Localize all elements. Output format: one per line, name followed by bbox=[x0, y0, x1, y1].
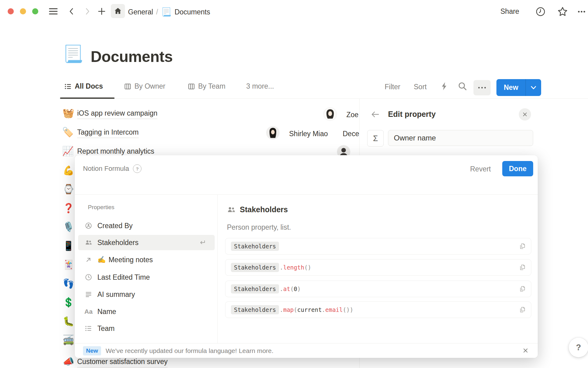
property-label: Team bbox=[97, 324, 115, 333]
tab-more-views[interactable]: 3 more... bbox=[246, 82, 274, 90]
tab-by-team[interactable]: By Team bbox=[188, 82, 225, 90]
property-token: Stakeholders bbox=[231, 305, 279, 314]
favorite-star-icon[interactable] bbox=[557, 6, 568, 17]
tab-by-owner[interactable]: By Owner bbox=[124, 82, 165, 90]
copy-icon[interactable] bbox=[519, 264, 526, 271]
formula-editor-modal: Notion Formula ? Revert Done Properties … bbox=[75, 155, 538, 358]
automations-bolt-icon[interactable] bbox=[440, 81, 449, 91]
new-dropdown-chevron-icon[interactable] bbox=[526, 79, 541, 96]
breadcrumb-page[interactable]: Documents bbox=[175, 8, 210, 16]
code-segment: ( bbox=[294, 306, 297, 313]
code-segment: 0 bbox=[294, 286, 297, 292]
traffic-minimize-button[interactable] bbox=[20, 8, 26, 14]
row-emoji[interactable]: 🎙️ bbox=[63, 222, 74, 232]
row-date-fragment: Dece bbox=[343, 130, 359, 138]
formula-example-row[interactable]: Stakeholders.map(current.email()) bbox=[225, 301, 531, 318]
row-emoji[interactable]: 🚎 bbox=[63, 335, 74, 345]
property-type-button[interactable]: Σ bbox=[367, 130, 384, 147]
property-token: Stakeholders bbox=[231, 242, 279, 251]
detail-header: Stakeholders bbox=[227, 205, 288, 214]
formula-help-icon[interactable]: ? bbox=[133, 164, 141, 173]
panel-back-icon[interactable] bbox=[371, 110, 380, 118]
property-item-last-edited-time[interactable]: Last Edited Time bbox=[78, 270, 215, 285]
window-titlebar: General / 📃 Documents Share bbox=[0, 0, 588, 23]
return-key-icon bbox=[198, 239, 206, 246]
person-circle-icon bbox=[85, 222, 92, 229]
share-button[interactable]: Share bbox=[500, 7, 519, 16]
row-emoji[interactable]: ❓ bbox=[63, 204, 74, 213]
new-badge: New bbox=[83, 346, 101, 355]
row-title[interactable]: iOS app review campaign bbox=[77, 109, 157, 119]
formula-code: Stakeholders.at(0) bbox=[231, 284, 301, 293]
code-segment: ( bbox=[290, 286, 294, 292]
code-segment: . bbox=[322, 306, 325, 313]
row-emoji[interactable]: 🐛 bbox=[63, 317, 74, 326]
code-segment: . bbox=[280, 264, 283, 271]
formula-code: Stakeholders.map(current.email()) bbox=[231, 305, 353, 314]
copy-icon[interactable] bbox=[519, 285, 526, 293]
breadcrumb-root[interactable]: General bbox=[128, 8, 153, 16]
traffic-zoom-button[interactable] bbox=[32, 8, 38, 14]
tab-all-docs[interactable]: All Docs bbox=[64, 82, 103, 90]
row-title[interactable]: Customer satisfaction survey bbox=[77, 358, 168, 367]
row-emoji: 🏷️ bbox=[62, 128, 74, 137]
home-icon[interactable] bbox=[111, 4, 125, 18]
done-button[interactable]: Done bbox=[502, 161, 533, 176]
row-title[interactable]: Tagging in Intercom bbox=[77, 128, 139, 138]
traffic-close-button[interactable] bbox=[8, 8, 14, 14]
search-icon[interactable] bbox=[458, 81, 467, 91]
detail-description: Person property, list. bbox=[227, 223, 291, 232]
property-name-input[interactable]: Owner name bbox=[388, 130, 533, 146]
avatar bbox=[266, 126, 280, 140]
row-emoji[interactable]: 💲 bbox=[63, 298, 74, 307]
row-emoji[interactable]: ⌚ bbox=[63, 185, 74, 194]
forward-icon[interactable] bbox=[83, 7, 92, 16]
tab-by-team-label: By Team bbox=[198, 82, 225, 90]
panel-close-icon[interactable] bbox=[519, 108, 531, 121]
help-button[interactable]: ? bbox=[569, 338, 588, 357]
revert-button[interactable]: Revert bbox=[470, 165, 491, 173]
formula-example-row[interactable]: Stakeholders.at(0) bbox=[225, 281, 531, 297]
property-item-team[interactable]: Team bbox=[78, 321, 215, 336]
property-item-name[interactable]: Aa Name bbox=[78, 304, 215, 319]
property-item-stakeholders[interactable]: Stakeholders bbox=[78, 235, 215, 250]
banner-learn-more-link[interactable]: Learn more. bbox=[239, 347, 273, 355]
view-options-ellipsis-button[interactable] bbox=[473, 80, 491, 95]
copy-icon[interactable] bbox=[519, 306, 526, 313]
properties-label: Properties bbox=[88, 204, 115, 211]
formula-example-row[interactable]: Stakeholders bbox=[225, 238, 531, 255]
sidebar-menu-icon[interactable] bbox=[48, 7, 59, 16]
formula-modal-header: Notion Formula ? bbox=[83, 164, 141, 173]
property-item-created-by[interactable]: Created By bbox=[78, 218, 215, 233]
back-icon[interactable] bbox=[67, 7, 76, 16]
code-segment: email bbox=[325, 306, 343, 313]
meeting-notes-emoji: ✍️ bbox=[97, 256, 106, 264]
banner-text: We've recently updated our formula langu… bbox=[106, 347, 237, 355]
code-segment: map bbox=[283, 306, 294, 313]
formula-input[interactable] bbox=[82, 177, 530, 193]
property-item-meeting-notes[interactable]: ✍️ Meeting notes bbox=[78, 252, 215, 267]
updates-clock-icon[interactable] bbox=[535, 6, 546, 17]
property-item-ai-summary[interactable]: AI summary bbox=[78, 287, 215, 302]
formula-example-row[interactable]: Stakeholders.length() bbox=[225, 259, 531, 276]
row-emoji[interactable]: 📱 bbox=[63, 241, 74, 251]
more-options-icon[interactable] bbox=[577, 9, 588, 15]
banner-close-icon[interactable] bbox=[522, 347, 529, 354]
code-segment: ()) bbox=[343, 306, 353, 313]
list-icon bbox=[85, 325, 92, 332]
formula-modal-title: Notion Formula bbox=[83, 165, 129, 173]
relation-arrow-icon bbox=[85, 256, 92, 263]
sort-button[interactable]: Sort bbox=[414, 83, 427, 91]
text-lines-icon bbox=[85, 291, 92, 298]
page-title[interactable]: Documents bbox=[91, 48, 173, 66]
row-emoji[interactable]: 💪 bbox=[63, 166, 74, 175]
new-tab-plus-icon[interactable] bbox=[97, 7, 107, 16]
page-icon[interactable]: 📃 bbox=[63, 45, 83, 62]
filter-button[interactable]: Filter bbox=[385, 83, 400, 91]
row-emoji[interactable]: 👣 bbox=[63, 279, 74, 288]
properties-pane: Properties Created By Stakeholders bbox=[75, 194, 218, 343]
new-button[interactable]: New bbox=[496, 79, 526, 96]
row-emoji[interactable]: 🃏 bbox=[63, 260, 74, 269]
code-segment: . bbox=[280, 286, 283, 292]
copy-icon[interactable] bbox=[519, 243, 526, 250]
